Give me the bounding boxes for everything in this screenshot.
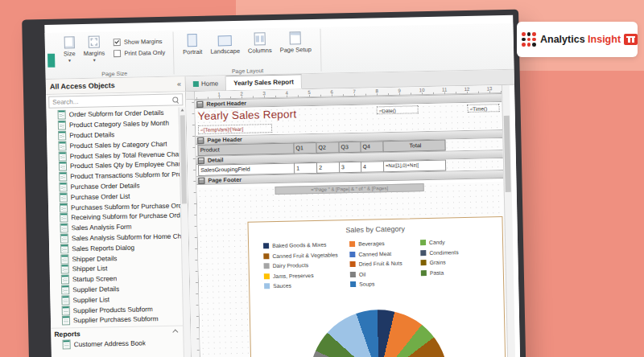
detail-cell[interactable]: 1 <box>294 162 317 174</box>
section-selector-icon[interactable] <box>198 177 204 183</box>
ruler-mark: 9 <box>388 87 411 94</box>
report-object-icon <box>59 162 67 171</box>
legend-item: Condiments <box>420 248 502 256</box>
page-footer-expression-textbox[interactable]: ="Page " & [Page] & " of " & [Pages] <box>275 183 424 195</box>
tab-home[interactable]: Home <box>186 76 227 91</box>
legend-swatch <box>421 260 427 265</box>
page-setup-button-label: Page Setup <box>280 46 312 54</box>
tempvar-textbox[interactable]: =[TempVars]![Year] <box>198 124 272 134</box>
margins-button[interactable]: Margins ▾ <box>79 34 109 64</box>
ruler-mark: 7 <box>343 88 365 96</box>
nav-list-item[interactable]: Supplier Purchases Subform <box>51 313 184 326</box>
legend-swatch <box>264 273 270 279</box>
report-title-textbox[interactable]: Yearly Sales Report <box>198 108 297 122</box>
collapse-chevron-icon[interactable] <box>172 330 178 335</box>
analytics-insight-logo: Analytics Insight <box>517 22 638 57</box>
report-object-icon <box>60 254 68 264</box>
search-input[interactable]: Search... <box>48 93 183 108</box>
section-selector-icon[interactable] <box>198 157 204 163</box>
design-scroll-thumb[interactable] <box>504 116 511 192</box>
report-object-icon <box>61 265 69 274</box>
page-setup-icon <box>290 31 301 44</box>
legend-item: Pasta <box>421 269 503 276</box>
report-object-icon <box>58 121 66 130</box>
monitor-frame: Size ▾ Margins ▾ Show Margins Print Data… <box>22 10 526 357</box>
detail-cell[interactable]: SalesGroupingField <box>198 162 295 176</box>
logo-hindi-badge <box>624 34 638 45</box>
legend-item: Baked Goods & Mixes <box>263 241 349 248</box>
page-header-cell[interactable]: Product <box>197 142 294 156</box>
ribbon-accent-chip <box>47 54 55 68</box>
nav-list-item[interactable]: Customer Address Book <box>51 337 184 350</box>
time-textbox[interactable]: =Time() <box>467 104 499 113</box>
ruler-mark: 13 <box>478 85 501 92</box>
section-selector-icon[interactable] <box>197 137 204 143</box>
portrait-button[interactable]: Portrait <box>179 32 207 58</box>
landscape-button-label: Landscape <box>210 47 240 55</box>
shutter-bar-icon[interactable]: « <box>177 80 181 88</box>
ruler-corner[interactable] <box>186 92 195 100</box>
report-object-icon <box>58 141 66 150</box>
print-data-only-label: Print Data Only <box>124 49 165 57</box>
page-header-cell[interactable]: Total <box>382 140 445 153</box>
page-header-cell[interactable]: Q1 <box>293 142 316 154</box>
page-size-group: Size ▾ Margins ▾ Show Margins Print Data… <box>56 31 171 79</box>
nav-pane-title: All Access Objects <box>50 81 115 91</box>
legend-item: Soups <box>350 280 421 287</box>
columns-button[interactable]: Columns <box>244 31 276 56</box>
checkbox-unchecked-icon <box>114 50 121 57</box>
report-object-icon <box>60 233 68 243</box>
report-object-icon <box>60 203 68 212</box>
chart-preview-panel[interactable]: Sales by Category Baked Goods & MixesBev… <box>247 216 508 357</box>
report-object-icon <box>62 306 70 315</box>
dropdown-caret-icon: ▾ <box>68 59 71 62</box>
search-placeholder: Search... <box>52 98 78 106</box>
detail-cell[interactable]: 2 <box>316 162 340 174</box>
ruler-mark: 1 <box>208 91 230 98</box>
page-setup-button[interactable]: Page Setup <box>275 30 316 55</box>
checkbox-checked-icon <box>114 39 121 46</box>
landscape-button[interactable]: Landscape <box>206 31 244 57</box>
report-object-icon <box>61 295 69 305</box>
legend-item: Beverages <box>349 240 420 247</box>
legend-swatch <box>263 253 269 259</box>
date-textbox[interactable]: =Date() <box>377 105 419 114</box>
page-header-cell[interactable]: Q4 <box>360 141 383 153</box>
navigation-pane: Search... Order Subform for Order Detail… <box>46 92 192 357</box>
promo-background: Analytics Insight Size ▾ Margins ▾ <box>0 0 644 357</box>
size-button[interactable]: Size ▾ <box>60 35 80 64</box>
detail-cell[interactable]: 4 <box>361 161 384 173</box>
detail-cell[interactable]: =Nz([1],0)+Nz([ <box>383 160 446 173</box>
ribbon-group-divider <box>173 32 175 75</box>
tab-yearly-sales-report-label: Yearly Sales Report <box>233 78 294 87</box>
report-object-icon <box>58 130 66 140</box>
report-object-icon <box>61 274 69 284</box>
tab-home-label: Home <box>201 80 219 87</box>
ruler-mark: 5 <box>298 89 320 96</box>
scroll-up-icon[interactable] <box>180 109 184 111</box>
page-header-cell[interactable]: Q2 <box>316 142 339 154</box>
tab-yearly-sales-report[interactable]: Yearly Sales Report <box>226 74 302 90</box>
margins-icon <box>89 35 100 47</box>
report-object-icon <box>59 182 67 191</box>
legend-swatch <box>349 241 355 247</box>
nav-scroll-thumb[interactable] <box>180 115 187 203</box>
ruler-mark: 6 <box>320 88 343 96</box>
section-label: Page Header <box>207 136 242 144</box>
legend-item: Candy <box>420 238 502 245</box>
report-object-icon <box>61 285 69 294</box>
logo-word-insight: Insight <box>588 34 621 45</box>
print-data-only-checkbox[interactable]: Print Data Only <box>114 49 165 57</box>
section-selector-icon[interactable] <box>196 101 203 107</box>
report-object-icon <box>60 244 68 253</box>
logo-word-analytics: Analytics <box>540 34 585 45</box>
page-header-cell[interactable]: Q3 <box>338 142 361 154</box>
legend-swatch <box>350 281 356 287</box>
legend-swatch <box>420 250 426 256</box>
legend-swatch <box>349 251 355 256</box>
legend-swatch <box>350 261 356 267</box>
access-window: Size ▾ Margins ▾ Show Margins Print Data… <box>44 15 521 357</box>
page-size-checkboxes: Show Margins Print Data Only <box>109 33 168 58</box>
detail-cell[interactable]: 3 <box>339 162 361 174</box>
show-margins-checkbox[interactable]: Show Margins <box>114 38 165 46</box>
